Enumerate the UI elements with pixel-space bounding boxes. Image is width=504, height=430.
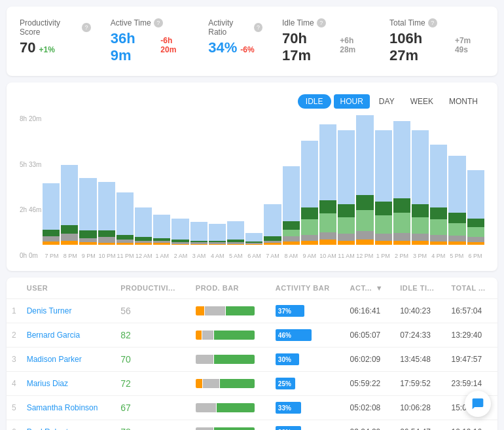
user-name-cell: Bernard Garcia xyxy=(22,323,116,348)
activity-bar: 30% xyxy=(276,353,299,365)
user-name-cell: Marius Diaz xyxy=(22,372,116,396)
x-label: 7 AM xyxy=(264,253,282,259)
stat-value-idle-time: 70h 17m +6h 28m xyxy=(282,30,370,64)
table-header-1: USER xyxy=(22,278,116,299)
row-number: 6 xyxy=(7,420,22,431)
user-link[interactable]: Paul Roberts xyxy=(27,427,72,430)
hour-button[interactable]: HOUR xyxy=(334,94,370,109)
prod-bar-segment xyxy=(196,355,213,364)
bar-group xyxy=(283,115,300,245)
table-header-7[interactable]: TOTAL ... xyxy=(446,278,497,299)
x-label: 5 PM xyxy=(448,253,466,259)
bar-segment xyxy=(448,223,465,236)
stat-total-time: Total Time ? 106h 27m +7m 49s xyxy=(389,18,484,64)
bar-group xyxy=(448,115,465,245)
x-label: 4 PM xyxy=(429,253,448,259)
bar-group xyxy=(171,115,189,245)
stat-idle-time: Idle Time ? 70h 17m +6h 28m xyxy=(282,18,370,64)
bar-group xyxy=(98,115,115,245)
bar-segment xyxy=(412,241,429,245)
idle-time-cell: 06:54:47 xyxy=(395,420,446,431)
bar-segment xyxy=(283,221,300,230)
chat-button[interactable] xyxy=(465,391,491,417)
bar-segment xyxy=(338,241,355,245)
activity-pct: 30% xyxy=(278,356,291,363)
bar-segment xyxy=(98,243,115,245)
y-axis-labels: 8h 20m5h 33m2h 46m0h 0m xyxy=(20,115,43,259)
chart-bars xyxy=(43,115,484,245)
x-label: 11 PM xyxy=(117,253,135,259)
bar-segment xyxy=(375,130,392,202)
bar-segment xyxy=(301,235,318,241)
bar-segment xyxy=(79,230,96,238)
stat-delta-productivity: +1% xyxy=(39,45,54,54)
user-link[interactable]: Madison Parker xyxy=(27,355,82,364)
prod-bar xyxy=(196,355,255,364)
x-label: 11 AM xyxy=(337,253,355,259)
bar-segment xyxy=(43,230,60,236)
month-button[interactable]: MONTH xyxy=(442,94,484,109)
total-time-cell: 13:29:40 xyxy=(446,323,497,348)
table-header-0 xyxy=(7,278,22,299)
day-button[interactable]: DAY xyxy=(372,94,401,109)
table-header-4[interactable]: ACTIVITY BAR xyxy=(270,278,345,299)
activity-bar: 33% xyxy=(276,426,302,430)
bar-segment xyxy=(98,182,115,231)
table-row: 3 Madison Parker 70 30% 06:02:09 13:45:4… xyxy=(7,348,497,372)
prod-score-cell: 56 xyxy=(115,299,190,323)
bar-segment xyxy=(338,130,355,204)
activity-pct: 37% xyxy=(278,308,291,315)
bar-segment xyxy=(375,241,392,245)
x-label: 2 PM xyxy=(392,253,410,259)
stat-label-total-time: Total Time ? xyxy=(389,18,484,27)
user-link[interactable]: Denis Turner xyxy=(27,306,72,315)
table-header-5[interactable]: ACT... ▼ xyxy=(345,278,395,299)
bar-segment xyxy=(467,170,484,219)
bar-segment xyxy=(264,204,281,236)
user-link[interactable]: Bernard Garcia xyxy=(27,331,80,340)
bar-segment xyxy=(467,237,484,242)
bar-group xyxy=(190,115,207,245)
table-header-6[interactable]: IDLE TI... xyxy=(395,278,446,299)
help-icon-idle-time[interactable]: ? xyxy=(317,18,326,27)
user-name-cell: Denis Turner xyxy=(22,299,116,323)
user-table-card: USERPRODUCTIVI...PROD. BARACTIVITY BARAC… xyxy=(7,278,497,430)
y-label: 2h 46m xyxy=(20,206,43,213)
x-label: 7 PM xyxy=(43,253,61,259)
bar-segment xyxy=(319,240,336,245)
table-row: 6 Paul Roberts 78 33% 03:24:29 06:54:47 … xyxy=(7,420,497,431)
bar-group xyxy=(79,115,96,245)
total-time-cell: 10:19:16 xyxy=(446,420,497,431)
row-number: 2 xyxy=(7,323,22,348)
prod-bar-cell xyxy=(190,396,270,420)
bar-segment xyxy=(338,234,355,240)
idle-time-cell: 10:06:28 xyxy=(395,396,446,420)
bar-group xyxy=(227,115,244,245)
week-button[interactable]: WEEK xyxy=(404,94,440,109)
bar-segment xyxy=(61,165,78,226)
help-icon-activity-ratio[interactable]: ? xyxy=(254,23,262,32)
bar-group xyxy=(209,115,226,245)
activity-bar-cell: 30% xyxy=(270,348,345,372)
bar-segment xyxy=(356,240,373,245)
bar-segment xyxy=(319,232,336,240)
help-icon-active-time[interactable]: ? xyxy=(154,18,163,27)
user-link[interactable]: Samantha Robinson xyxy=(27,403,98,412)
help-icon-productivity[interactable]: ? xyxy=(82,23,90,32)
table-header-3[interactable]: PROD. BAR xyxy=(190,278,270,299)
stat-active-time: Active Time ? 36h 9m -6h 20m xyxy=(111,18,189,64)
x-label: 8 PM xyxy=(61,253,79,259)
bar-group xyxy=(245,115,262,245)
table-header-2[interactable]: PRODUCTIVI... xyxy=(115,278,190,299)
x-label: 2 AM xyxy=(171,253,190,259)
x-label: 3 AM xyxy=(190,253,208,259)
bar-group xyxy=(61,115,78,245)
help-icon-total-time[interactable]: ? xyxy=(428,18,437,27)
user-link[interactable]: Marius Diaz xyxy=(27,379,68,388)
act-time-cell: 06:02:09 xyxy=(345,348,395,372)
idle-toggle-button[interactable]: IDLE xyxy=(298,94,331,109)
stat-productivity: Productivity Score ? 70 +1% xyxy=(20,18,91,56)
idle-time-cell: 10:40:23 xyxy=(395,299,446,323)
stat-delta-idle-time: +6h 28m xyxy=(340,36,370,54)
x-axis: 7 PM8 PM9 PM10 PM11 PM12 AM1 AM2 AM3 AM4… xyxy=(43,253,484,259)
